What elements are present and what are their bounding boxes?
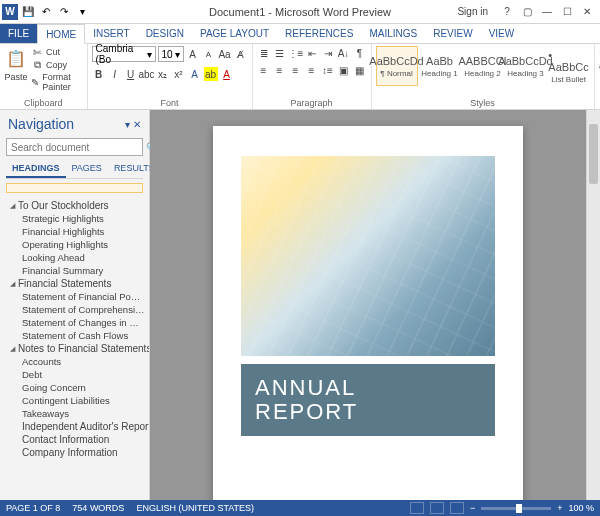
strikethrough-button[interactable]: abc (140, 67, 154, 81)
italic-button[interactable]: I (108, 67, 122, 81)
nav-heading[interactable]: Operating Highlights (0, 238, 149, 251)
highlight-button[interactable]: ab (204, 67, 218, 81)
nav-heading[interactable]: Independent Auditor's Report (0, 420, 149, 433)
nav-heading[interactable]: Statement of Changes in Equity (0, 316, 149, 329)
nav-heading[interactable]: ◢Financial Statements (0, 277, 149, 290)
tab-insert[interactable]: INSERT (85, 24, 138, 43)
grow-font-button[interactable]: A (186, 47, 200, 61)
text-effects-button[interactable]: A (188, 67, 202, 81)
subscript-button[interactable]: x₂ (156, 67, 170, 81)
bullets-button[interactable]: ≣ (257, 46, 271, 60)
align-right-button[interactable]: ≡ (289, 63, 303, 77)
decrease-indent-button[interactable]: ⇤ (305, 46, 319, 60)
superscript-button[interactable]: x² (172, 67, 186, 81)
line-spacing-button[interactable]: ↕≡ (321, 63, 335, 77)
zoom-slider[interactable] (481, 507, 551, 510)
shading-button[interactable]: ▣ (337, 63, 351, 77)
nav-heading[interactable]: Financial Summary (0, 264, 149, 277)
nav-heading[interactable]: Going Concern (0, 381, 149, 394)
redo-icon[interactable]: ↷ (56, 4, 72, 20)
nav-heading[interactable]: ◢Notes to Financial Statements (0, 342, 149, 355)
numbering-button[interactable]: ☰ (273, 46, 287, 60)
undo-icon[interactable]: ↶ (38, 4, 54, 20)
tab-view[interactable]: VIEW (481, 24, 523, 43)
borders-button[interactable]: ▦ (353, 63, 367, 77)
nav-heading[interactable]: ◢To Our Stockholders (0, 199, 149, 212)
multilevel-button[interactable]: ⋮≡ (289, 46, 303, 60)
nav-tab-headings[interactable]: HEADINGS (6, 160, 66, 178)
show-marks-button[interactable]: ¶ (353, 46, 367, 60)
view-read-mode[interactable] (410, 502, 424, 514)
nav-heading[interactable]: Statement of Cash Flows (0, 329, 149, 342)
font-color-button[interactable]: A (220, 67, 234, 81)
paste-button[interactable]: 📋 Paste (4, 46, 28, 82)
nav-heading[interactable]: Company Information (0, 446, 149, 459)
justify-button[interactable]: ≡ (305, 63, 319, 77)
tab-design[interactable]: DESIGN (138, 24, 192, 43)
tab-file[interactable]: FILE (0, 24, 37, 43)
nav-dropdown-icon[interactable]: ▾ ✕ (125, 119, 141, 130)
font-name-select[interactable]: Cambria (Bo▾ (92, 46, 156, 62)
save-icon[interactable]: 💾 (20, 4, 36, 20)
nav-heading[interactable]: Contingent Liabilities (0, 394, 149, 407)
zoom-out-button[interactable]: − (470, 503, 475, 513)
vertical-scrollbar[interactable] (586, 110, 600, 500)
nav-search[interactable]: 🔍 (6, 138, 143, 156)
shrink-font-button[interactable]: A (202, 47, 216, 61)
sign-in-link[interactable]: Sign in (457, 6, 488, 17)
style-item-0[interactable]: AaBbCcDd¶ Normal (376, 46, 418, 86)
align-left-button[interactable]: ≡ (257, 63, 271, 77)
collapse-icon[interactable]: ◢ (10, 345, 15, 353)
style-item-2[interactable]: AABBCCIHeading 2 (462, 46, 504, 86)
clear-formatting-button[interactable]: A̸ (234, 47, 248, 61)
search-input[interactable] (7, 142, 142, 153)
ribbon-display-icon[interactable]: ▢ (518, 4, 536, 20)
document-area[interactable]: ANNUAL REPORT (150, 110, 586, 500)
style-item-4[interactable]: • AaBbCcList Bullet (548, 46, 590, 86)
maximize-icon[interactable]: ☐ (558, 4, 576, 20)
sort-button[interactable]: A↓ (337, 46, 351, 60)
nav-heading[interactable]: Statement of Comprehensive Inc... (0, 303, 149, 316)
align-center-button[interactable]: ≡ (273, 63, 287, 77)
bold-button[interactable]: B (92, 67, 106, 81)
copy-button[interactable]: ⧉Copy (31, 59, 83, 71)
nav-heading[interactable]: Looking Ahead (0, 251, 149, 264)
view-print-layout[interactable] (430, 502, 444, 514)
style-item-1[interactable]: AaBbHeading 1 (419, 46, 461, 86)
nav-heading[interactable]: Strategic Highlights (0, 212, 149, 225)
tab-review[interactable]: REVIEW (425, 24, 480, 43)
nav-heading[interactable]: Accounts (0, 355, 149, 368)
font-size-select[interactable]: 10▾ (158, 46, 184, 62)
tab-page-layout[interactable]: PAGE LAYOUT (192, 24, 277, 43)
view-web-layout[interactable] (450, 502, 464, 514)
status-language[interactable]: ENGLISH (UNITED STATES) (136, 503, 254, 513)
minimize-icon[interactable]: — (538, 4, 556, 20)
qat-dropdown-icon[interactable]: ▾ (74, 4, 90, 20)
status-words[interactable]: 754 WORDS (72, 503, 124, 513)
change-case-button[interactable]: Aa (218, 47, 232, 61)
page[interactable]: ANNUAL REPORT (213, 126, 523, 500)
nav-heading[interactable]: Takeaways (0, 407, 149, 420)
nav-heading[interactable]: Debt (0, 368, 149, 381)
collapse-icon[interactable]: ◢ (10, 280, 15, 288)
tab-home[interactable]: HOME (37, 24, 85, 44)
nav-new-heading-box[interactable] (6, 183, 143, 193)
increase-indent-button[interactable]: ⇥ (321, 46, 335, 60)
underline-button[interactable]: U (124, 67, 138, 81)
close-icon[interactable]: ✕ (578, 4, 596, 20)
format-painter-button[interactable]: ✎Format Painter (31, 72, 83, 92)
collapse-icon[interactable]: ◢ (10, 202, 15, 210)
cut-button[interactable]: ✄Cut (31, 46, 83, 58)
zoom-level[interactable]: 100 % (568, 503, 594, 513)
zoom-in-button[interactable]: + (557, 503, 562, 513)
status-page[interactable]: PAGE 1 OF 8 (6, 503, 60, 513)
group-font: Cambria (Bo▾ 10▾ A A Aa A̸ B I U abc x₂ … (88, 44, 253, 109)
tab-references[interactable]: REFERENCES (277, 24, 361, 43)
nav-heading[interactable]: Contact Information (0, 433, 149, 446)
help-icon[interactable]: ? (498, 4, 516, 20)
style-item-3[interactable]: AaBbCcDdHeading 3 (505, 46, 547, 86)
nav-tab-pages[interactable]: PAGES (66, 160, 108, 178)
nav-heading[interactable]: Financial Highlights (0, 225, 149, 238)
tab-mailings[interactable]: MAILINGS (361, 24, 425, 43)
nav-heading[interactable]: Statement of Financial Position (0, 290, 149, 303)
